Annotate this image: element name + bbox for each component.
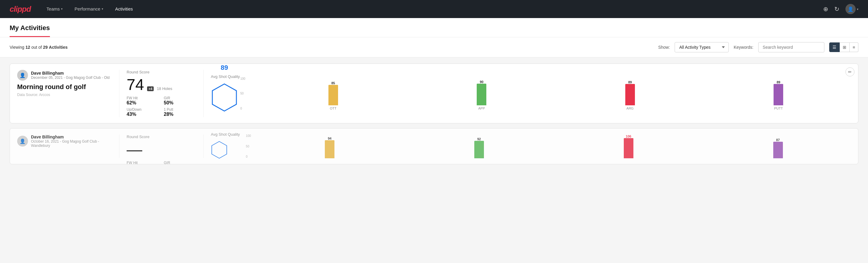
oneputt-stat: 1 Putt 28% (164, 108, 196, 117)
navbar: clippd Teams ▾ Performance ▾ Activities … (0, 0, 868, 18)
avatar-chevron-icon: ▾ (857, 7, 858, 11)
bar-group-putt-2: 87 (705, 138, 851, 158)
bar-ott-2 (325, 140, 335, 158)
bar-value-ott: 85 (332, 81, 335, 85)
filter-bar: Viewing 12 out of 29 Activities Show: Al… (0, 37, 868, 57)
card-middle: Round Score 74 +4 18 Holes FW Hit 62% GI… (119, 70, 204, 117)
user-name: Dave Billingham (31, 71, 110, 76)
bar-value-arg: 89 (628, 80, 632, 84)
bar-group-arg-2: 106 (556, 135, 702, 158)
fw-hit-stat: FW Hit 62% (127, 96, 159, 106)
bar-ott (329, 85, 338, 105)
fw-hit-stat-2: FW Hit 43% (127, 161, 159, 164)
bar-app-2 (474, 141, 484, 158)
activity-type-select[interactable]: All Activity Types (675, 42, 729, 52)
user-name-2: Dave Billingham (31, 135, 112, 139)
view-grid-button[interactable]: ⊞ (840, 42, 850, 52)
teams-chevron-icon: ▾ (61, 7, 63, 10)
stats-grid-2: FW Hit 43% GIR 56% (127, 161, 196, 164)
page-header: My Activities (0, 18, 868, 37)
add-button[interactable]: ⊕ (823, 5, 828, 12)
round-score-label-2: Round Score (127, 135, 196, 139)
activities-list: ✏ 👤 Dave Billingham December 05, 2021 - … (0, 57, 868, 170)
card-right-2: Avg Shot Quality 100 50 0 94 (204, 135, 851, 158)
refresh-button[interactable]: ↻ (834, 5, 839, 12)
viewing-count: 12 (26, 45, 30, 50)
bar-group-putt: 89 PUTT (706, 80, 851, 110)
avg-quality-label: Avg Shot Quality (211, 74, 244, 79)
nav-performance[interactable]: Performance ▾ (73, 0, 104, 18)
bar-chart-2: 100 50 0 94 92 106 (246, 134, 851, 158)
bar-putt-2 (773, 142, 783, 158)
data-source: Data Source: Arccos (17, 93, 112, 97)
card-right: Avg Shot Quality 89 100 50 0 (204, 70, 851, 117)
viewing-total: 29 (43, 45, 48, 50)
activity-card: ✏ 👤 Dave Billingham December 05, 2021 - … (10, 63, 858, 123)
bar-putt (774, 84, 783, 105)
user-row: 👤 Dave Billingham December 05, 2021 - Go… (17, 70, 112, 81)
bar-value-putt: 89 (777, 80, 780, 84)
bar-app (477, 84, 486, 105)
holes-label: 18 Holes (157, 86, 172, 91)
logo[interactable]: clippd (10, 4, 31, 14)
hex-quality: 89 (211, 83, 238, 113)
activity-date-2: October 16, 2021 - Gog Magog Golf Club -… (31, 139, 112, 148)
avg-quality-label-2: Avg Shot Quality (211, 132, 240, 137)
card-middle-2: Round Score — FW Hit 43% GIR 56% (119, 135, 204, 158)
round-score: 74 (127, 77, 144, 92)
nav-activities[interactable]: Activities (114, 0, 134, 18)
bar-label-putt: PUTT (774, 107, 783, 110)
keywords-label: Keywords: (734, 45, 753, 50)
edit-button[interactable]: ✏ (845, 67, 855, 77)
page-title: My Activities (10, 18, 50, 37)
viewing-text: Viewing 12 out of 29 Activities (10, 45, 654, 50)
hexagon-icon (211, 83, 238, 113)
svg-marker-1 (212, 141, 227, 158)
user-avatar: 👤 (17, 70, 28, 81)
bar-group-arg: 89 ARG (558, 80, 703, 110)
chart-y-labels-2: 100 50 0 (246, 134, 251, 158)
stats-grid: FW Hit 62% GIR 50% Up/Down 43% 1 Putt 28… (127, 96, 196, 117)
bar-label-app: APP (478, 107, 485, 110)
view-list-dense-button[interactable]: ☰ (829, 42, 840, 52)
hexagon-icon-2 (211, 140, 228, 159)
score-badge: +4 (147, 86, 154, 91)
activity-card-2: 👤 Dave Billingham October 16, 2021 - Gog… (10, 128, 858, 164)
bar-chart: 100 50 0 85 OTT 90 APP (250, 77, 851, 110)
show-label: Show: (658, 45, 670, 50)
nav-teams[interactable]: Teams ▾ (45, 0, 64, 18)
bar-label-ott: OTT (330, 107, 337, 110)
card-left: 👤 Dave Billingham December 05, 2021 - Go… (17, 70, 119, 117)
keyword-input[interactable] (758, 42, 825, 52)
bar-label-arg: ARG (626, 107, 634, 110)
avatar: 👤 (845, 4, 856, 14)
hex-score-value: 89 (211, 64, 238, 71)
gir-stat-2: GIR 56% (164, 161, 196, 164)
bar-value-app: 90 (480, 80, 483, 84)
gir-stat: GIR 50% (164, 96, 196, 106)
viewing-suffix: Activities (49, 45, 68, 50)
bar-group-ott: 85 OTT (261, 81, 406, 110)
activity-title: Morning round of golf (17, 83, 112, 91)
user-avatar-menu[interactable]: 👤 ▾ (845, 4, 858, 14)
round-score-2: — (127, 141, 142, 157)
chart-y-labels: 100 50 0 (240, 77, 245, 110)
round-score-label: Round Score (127, 70, 196, 74)
view-list-button[interactable]: ≡ (850, 42, 858, 52)
activity-date: December 05, 2021 - Gog Magog Golf Club … (31, 76, 110, 80)
updown-stat: Up/Down 43% (127, 108, 159, 117)
bar-group-app: 90 APP (409, 80, 554, 110)
bar-arg (625, 84, 635, 105)
view-toggle: ☰ ⊞ ≡ (829, 42, 858, 52)
svg-marker-0 (212, 84, 237, 111)
card-left-2: 👤 Dave Billingham October 16, 2021 - Gog… (17, 135, 119, 158)
nav-icons: ⊕ ↻ 👤 ▾ (823, 4, 858, 14)
user-avatar-2: 👤 (17, 136, 28, 147)
user-row-2: 👤 Dave Billingham October 16, 2021 - Gog… (17, 135, 112, 148)
performance-chevron-icon: ▾ (102, 7, 103, 10)
bar-group-ott-2: 94 (257, 137, 403, 158)
bar-group-app-2: 92 (406, 137, 552, 158)
bar-arg-2 (624, 138, 633, 158)
